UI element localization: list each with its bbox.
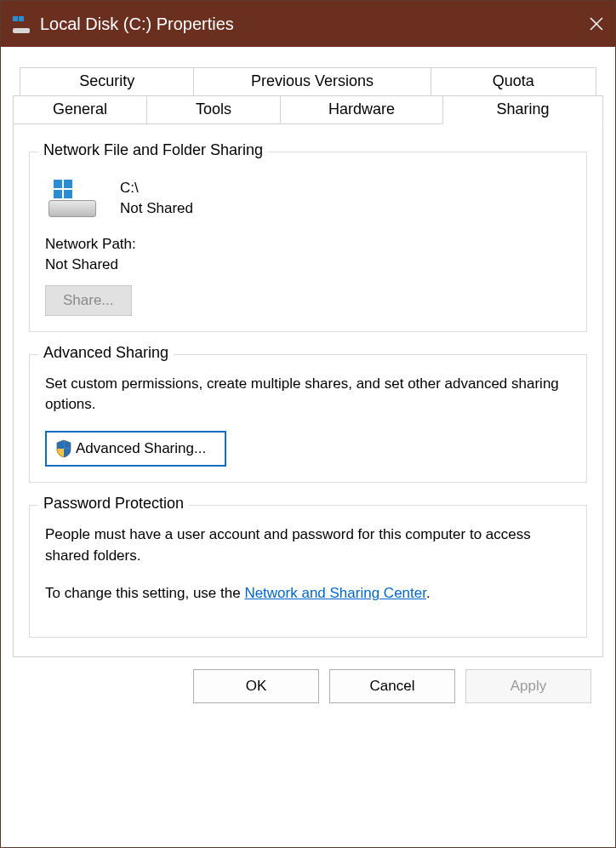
change-suffix: . [426,585,431,601]
tab-sharing[interactable]: Sharing [442,95,603,124]
advanced-desc: Set custom permissions, create multiple … [45,374,571,415]
share-button: Share... [45,285,132,316]
apply-button: Apply [465,669,591,703]
window-title: Local Disk (C:) Properties [40,14,569,34]
shield-icon [55,439,72,458]
drive-letter: C:\ [120,178,193,198]
group-title-password: Password Protection [38,495,189,513]
dialog-buttons: OK Cancel Apply [13,657,603,717]
advanced-sharing-label: Advanced Sharing... [76,440,206,457]
tab-general[interactable]: General [13,95,147,124]
group-title-network: Network File and Folder Sharing [38,141,268,159]
titlebar: Local Disk (C:) Properties [1,1,615,47]
advanced-sharing-button[interactable]: Advanced Sharing... [45,431,226,467]
sharing-panel: Network File and Folder Sharing C:\ Not … [13,123,603,657]
tab-tools[interactable]: Tools [146,95,281,124]
tab-previous-versions[interactable]: Previous Versions [193,67,431,95]
network-path-value: Not Shared [45,256,571,273]
password-desc: People must have a user account and pass… [45,524,571,566]
network-path-label: Network Path: [45,236,571,253]
ok-button[interactable]: OK [193,669,319,703]
tab-security[interactable]: Security [20,67,194,95]
close-button[interactable] [578,1,615,47]
tab-hardware[interactable]: Hardware [280,95,443,124]
drive-icon [48,180,96,217]
change-prefix: To change this setting, use the [45,585,244,601]
cancel-button[interactable]: Cancel [329,669,455,703]
tab-control: Security Previous Versions Quota General… [13,67,603,657]
group-password-protection: Password Protection People must have a u… [29,505,587,638]
group-advanced-sharing: Advanced Sharing Set custom permissions,… [29,354,587,483]
tab-quota[interactable]: Quota [431,67,596,95]
password-change-line: To change this setting, use the Network … [45,583,571,604]
share-status: Not Shared [120,198,193,219]
properties-dialog: Local Disk (C:) Properties Security Prev… [0,0,616,848]
group-title-advanced: Advanced Sharing [38,344,174,362]
network-sharing-center-link[interactable]: Network and Sharing Center [244,585,426,601]
disk-icon [13,14,31,33]
group-network-sharing: Network File and Folder Sharing C:\ Not … [29,152,587,332]
client-area: Security Previous Versions Quota General… [1,47,615,847]
